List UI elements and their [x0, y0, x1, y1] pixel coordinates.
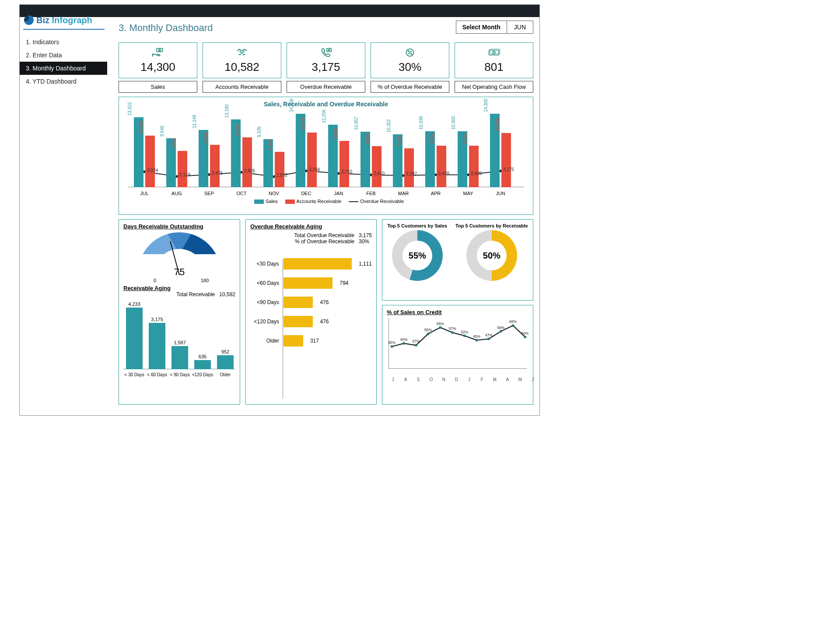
brand-logo: Biz Infograph — [24, 11, 103, 29]
svg-point-4 — [408, 50, 409, 51]
svg-text:68%: 68% — [509, 319, 517, 324]
kpi-row: 14,300 Sales 10,582 Accounts Receivable … — [119, 42, 533, 93]
svg-text:57%: 57% — [448, 326, 456, 331]
top5-sales: Top 5 Customers by Sales 55% — [387, 223, 447, 281]
kpi-card: 3,175 Overdue Receivable — [287, 42, 365, 93]
top5-recv-title: Top 5 Customers by Receivable — [455, 223, 528, 228]
banknote-icon — [487, 47, 500, 60]
credit-panel: % of Sales on Credit 35%40%37%55%65%57%5… — [382, 305, 533, 405]
kpi-card: 14,300 Sales — [119, 42, 197, 93]
brand-divider — [23, 29, 105, 30]
kpi-value: 3,175 — [312, 60, 340, 74]
svg-point-32 — [524, 336, 526, 338]
phone-chat-icon — [319, 47, 332, 60]
svg-text:50%: 50% — [522, 331, 528, 336]
credit-line: 35%40%37%55%65%57%52%45%47%59%68%50% — [387, 315, 528, 374]
svg-point-23 — [415, 344, 417, 346]
svg-point-26 — [452, 332, 454, 334]
top5-sales-donut: 55% — [392, 230, 443, 281]
kpi-card: 10,582 Accounts Receivable — [203, 42, 281, 93]
kpi-label: Overdue Receivable — [287, 81, 365, 93]
handshake-icon — [235, 47, 248, 60]
svg-text:55%: 55% — [424, 328, 432, 332]
page-title: 3. Monthly Dashboard — [119, 22, 213, 34]
svg-point-31 — [512, 325, 514, 327]
svg-text:47%: 47% — [485, 333, 493, 337]
sidebar-nav: 1. Indicators2. Enter Data3. Monthly Das… — [20, 35, 107, 88]
kpi-box: 3,175 — [287, 42, 365, 78]
kpi-box: 14,300 — [119, 42, 197, 78]
svg-point-22 — [403, 342, 405, 344]
top5-recv-donut: 50% — [466, 230, 517, 281]
nav-item[interactable]: 4. YTD Dashboard — [20, 75, 107, 88]
nav-item[interactable]: 3. Monthly Dashboard — [20, 62, 107, 75]
svg-point-5 — [411, 53, 412, 54]
dro-title: Days Receivable Outstanding — [123, 223, 235, 230]
kpi-card: 801 Net Operating Cash Flow — [455, 42, 533, 93]
dro-receivable-panel: Days Receivable Outstanding 75 0 180 Rec… — [119, 219, 240, 405]
svg-text:35%: 35% — [388, 340, 396, 345]
credit-x-axis: JASONDJFMAMJ — [387, 377, 528, 383]
kpi-label: Sales — [119, 81, 197, 93]
percent-badge-icon — [403, 47, 416, 60]
kpi-value: 30% — [399, 60, 421, 74]
svg-point-28 — [476, 339, 478, 341]
month-selector[interactable]: Select Month JUN — [456, 21, 533, 34]
month-select-label: Select Month — [456, 21, 507, 34]
kpi-box: 30% — [371, 42, 449, 78]
nav-item[interactable]: 1. Indicators — [20, 35, 107, 49]
svg-point-30 — [500, 330, 502, 332]
main-chart-legend: Sales Accounts Receivable Overdue Receiv… — [123, 199, 528, 204]
svg-text:59%: 59% — [497, 326, 505, 330]
hand-cash-icon — [151, 47, 164, 60]
dro-value: 75 — [138, 266, 221, 278]
top5-receivable: Top 5 Customers by Receivable 50% — [455, 223, 528, 281]
overdue-aging-panel: Overdue Receivable Aging Total Overdue R… — [245, 219, 377, 405]
brand-text: Biz Infograph — [36, 15, 92, 25]
nav-item[interactable]: 2. Enter Data — [20, 49, 107, 62]
ra-title: Receivable Aging — [123, 285, 235, 291]
kpi-label: Accounts Receivable — [203, 81, 281, 93]
svg-point-1 — [159, 49, 161, 51]
overdue-bar-row: <30 Days1,111 — [250, 254, 372, 273]
top5-sales-title: Top 5 Customers by Sales — [387, 223, 447, 228]
overdue-bar-row: <120 Days476 — [250, 312, 372, 331]
svg-point-25 — [439, 326, 441, 329]
receivable-aging-chart: 4,233< 30 Days3,175< 60 Days1,587< 90 Da… — [123, 300, 235, 377]
sales-receivable-chart: Sales, Receivable and Overdue Receivable… — [119, 97, 533, 215]
kpi-box: 10,582 — [203, 42, 281, 78]
kpi-value: 14,300 — [140, 60, 175, 74]
kpi-label: % of Overdue Receivable — [371, 81, 449, 93]
kpi-box: 801 — [455, 42, 533, 78]
kpi-label: Net Operating Cash Flow — [455, 81, 533, 93]
svg-point-24 — [427, 333, 429, 335]
app-frame: Biz Infograph 1. Indicators2. Enter Data… — [19, 4, 540, 416]
main-chart-plot: 13,622 10,080JUL3,024 9,546 7,064AUG2,11… — [123, 110, 528, 198]
main-chart-title: Sales, Receivable and Overdue Receivable — [123, 101, 528, 108]
oa-y-axis — [283, 259, 283, 399]
svg-text:45%: 45% — [473, 334, 481, 339]
svg-text:65%: 65% — [437, 322, 444, 326]
credit-line-chart: 35%40%37%55%65%57%52%45%47%59%68%50% — [387, 315, 528, 377]
ra-total: Total Receivable10,582 — [123, 291, 235, 298]
svg-point-21 — [391, 346, 393, 348]
overdue-bar-row: <60 Days794 — [250, 273, 372, 293]
svg-text:37%: 37% — [412, 339, 420, 343]
dro-gauge: 75 0 180 — [138, 232, 221, 276]
overdue-bar-row: Older317 — [250, 331, 372, 350]
pie-logo-icon — [24, 15, 34, 25]
svg-text:40%: 40% — [400, 337, 408, 342]
oa-title: Overdue Receivable Aging — [250, 223, 372, 230]
kpi-value: 10,582 — [224, 60, 259, 74]
kpi-value: 801 — [484, 60, 503, 74]
kpi-card: 30% % of Overdue Receivable — [371, 42, 449, 93]
svg-point-27 — [463, 335, 466, 337]
top5-panel: Top 5 Customers by Sales 55% Top 5 Custo… — [382, 219, 533, 301]
svg-point-29 — [488, 338, 490, 340]
overdue-aging-chart: <30 Days1,111<60 Days794<90 Days476<120 … — [250, 254, 372, 350]
credit-title: % of Sales on Credit — [387, 309, 528, 315]
month-select-value[interactable]: JUN — [507, 21, 533, 34]
svg-text:52%: 52% — [461, 330, 469, 334]
overdue-bar-row: <90 Days476 — [250, 293, 372, 312]
